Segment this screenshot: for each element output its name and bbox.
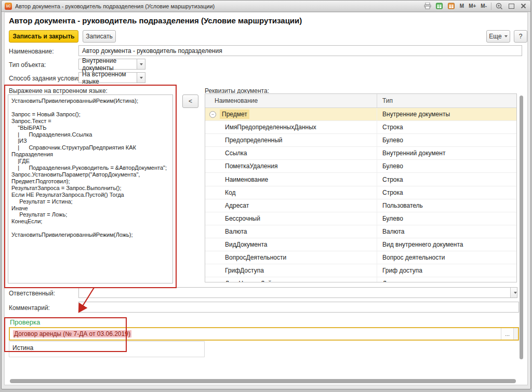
object-type-select[interactable]: Внутренние документы (78, 59, 145, 70)
attribute-name: Ссылка (225, 150, 247, 157)
table-row[interactable]: Код Строка (205, 186, 516, 199)
dropdown-icon[interactable] (137, 59, 145, 70)
table-row[interactable]: ВидДокумента Вид внутреннего документа (205, 238, 516, 251)
attribute-type: Гриф доступа (382, 267, 422, 274)
dropdown-icon[interactable] (510, 288, 517, 298)
table-row[interactable]: ИмяПредопределенныхДанных Строка (205, 121, 516, 134)
window-title: Автор документа - руководитель подраздел… (15, 3, 423, 9)
condition-method-label: Способ задания условия: (9, 75, 83, 82)
chevron-down-icon (504, 35, 508, 37)
attribute-name: Код (225, 189, 235, 196)
table-row[interactable]: ДатаНачалаДействия Дата (205, 277, 516, 282)
comment-label: Комментарий: (9, 304, 50, 312)
table-row[interactable]: − Предмет Внутренние документы (205, 108, 516, 121)
1c-app-icon: 1С (5, 3, 12, 10)
responsible-input[interactable] (78, 287, 517, 298)
dropdown-icon[interactable] (137, 72, 145, 83)
attributes-table: Наименование Тип − Предмет Внутренние до… (205, 93, 517, 282)
clipped-button[interactable] (513, 328, 518, 340)
attribute-type: Строка (382, 124, 403, 131)
attribute-type: Внутренний документ (382, 150, 445, 157)
more-button[interactable]: Еще (486, 30, 510, 43)
object-type-label: Тип объекта: (9, 61, 46, 69)
attribute-name: ДатаНачалаДействия (225, 280, 288, 282)
attribute-type: Строка (382, 189, 403, 196)
close-icon[interactable] (519, 2, 527, 10)
attribute-name: Бессрочный (225, 215, 260, 222)
attribute-type: Дата (382, 280, 396, 282)
vertical-scrollbar[interactable] (520, 96, 523, 359)
attribute-type: Пользователь (382, 202, 423, 209)
memory-m-button[interactable]: М (459, 2, 464, 10)
name-input[interactable]: Автор документа - руководитель подраздел… (78, 45, 522, 56)
titlebar-separator (491, 3, 491, 10)
attribute-type: Внутренние документы (382, 111, 450, 118)
table-row[interactable]: Адресат Пользователь (205, 199, 516, 212)
check-section-title[interactable]: Проверка (10, 318, 40, 326)
check-result-value: Истина (12, 344, 33, 352)
page-title: Автор документа - руководитель подраздел… (9, 16, 302, 25)
help-button[interactable]: ? (514, 30, 527, 43)
titlebar: 1С Автор документа - руководитель подраз… (2, 1, 530, 12)
table-row[interactable]: ВопросДеятельности Вопрос деятельности (205, 251, 516, 264)
expression-code[interactable]: УстановитьПривилегированныйРежим(Истина)… (8, 95, 172, 241)
attribute-type: Булево (382, 215, 403, 222)
attribute-name: Предопределенный (225, 137, 283, 144)
print-icon[interactable] (423, 2, 432, 10)
check-result-box[interactable]: Истина (9, 341, 205, 357)
table-row[interactable]: ПометкаУдаления Булево (205, 160, 516, 173)
calendar-green-icon[interactable] (435, 2, 444, 10)
name-label: Наименование: (9, 48, 54, 55)
table-row[interactable]: Ссылка Внутренний документ (205, 147, 516, 160)
attribute-name: Валюта (225, 228, 247, 235)
attribute-name: ВидДокумента (225, 241, 267, 248)
save-button[interactable]: Записать (83, 30, 116, 43)
attribute-name: ПометкаУдаления (225, 163, 277, 170)
attribute-type: Вид внутреннего документа (382, 241, 463, 248)
table-row[interactable]: Наименование Строка (205, 173, 516, 186)
collapse-icon[interactable]: − (209, 111, 216, 118)
attribute-name: ГрифДоступа (225, 267, 264, 274)
attribute-name: ВопросДеятельности (225, 254, 286, 261)
table-row[interactable]: Бессрочный Булево (205, 212, 516, 225)
memory-m-minus-button[interactable]: М- (480, 2, 487, 10)
check-document-field[interactable]: Договор аренды (№ 7-ДА от 03.06.2019) ..… (9, 327, 519, 341)
table-row[interactable]: Валюта Валюта (205, 225, 516, 238)
column-header-type[interactable]: Тип (377, 94, 516, 107)
attribute-type: Булево (382, 163, 403, 170)
table-row[interactable]: Предопределенный Булево (205, 134, 516, 147)
move-left-button[interactable]: < (182, 94, 198, 108)
calendar-orange-icon[interactable] (447, 2, 456, 10)
column-header-name[interactable]: Наименование (205, 94, 377, 107)
attribute-type: Вопрос деятельности (382, 254, 445, 261)
zoom-magnifier-icon[interactable] (495, 2, 503, 10)
attribute-name: ИмяПредопределенныхДанных (225, 124, 316, 131)
condition-method-select[interactable]: На встроенном языке (78, 72, 145, 83)
attribute-name: Предмет (220, 110, 249, 119)
expression-label: Выражение на встроенном языке: (9, 87, 108, 94)
maximize-icon[interactable] (507, 2, 515, 10)
responsible-label: Ответственный: (9, 290, 55, 297)
memory-m-plus-button[interactable]: М+ (468, 2, 476, 10)
table-row[interactable]: ГрифДоступа Гриф доступа (205, 264, 516, 277)
attribute-type: Булево (382, 137, 403, 144)
comment-input[interactable] (78, 302, 519, 313)
attribute-type: Строка (382, 176, 403, 183)
attribute-name: Наименование (225, 176, 268, 183)
horizontal-scrollbar[interactable] (10, 379, 516, 383)
app-window: 1С Автор документа - руководитель подраз… (1, 0, 531, 389)
attributes-table-body: − Предмет Внутренние документы ИмяПредоп… (205, 108, 516, 282)
attributes-table-header[interactable]: Наименование Тип (205, 94, 516, 108)
save-and-close-button[interactable]: Записать и закрыть (9, 30, 78, 43)
attribute-type: Валюта (382, 228, 404, 235)
choose-button[interactable]: ... (501, 328, 513, 340)
expression-code-editor[interactable]: УстановитьПривилегированныйРежим(Истина)… (8, 94, 173, 283)
check-document-value: Договор аренды (№ 7-ДА от 03.06.2019) (13, 330, 131, 337)
attribute-name: Адресат (225, 202, 249, 209)
